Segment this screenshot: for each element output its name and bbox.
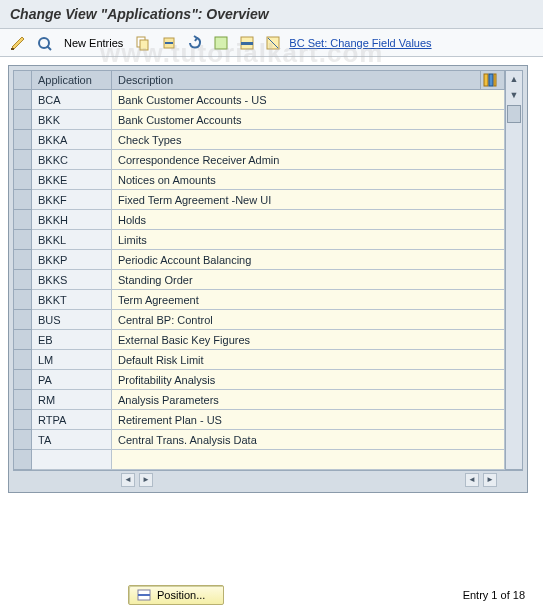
table-row[interactable]: EBExternal Basic Key Figures [14,330,505,350]
cell-description[interactable]: Central Trans. Analysis Data [112,430,505,450]
table-row[interactable]: PAProfitability Analysis [14,370,505,390]
row-selector[interactable] [14,90,32,110]
row-selector[interactable] [14,110,32,130]
row-selector[interactable] [14,270,32,290]
cell-description[interactable]: Term Agreement [112,290,505,310]
cell-application[interactable]: BKK [32,110,112,130]
table-row[interactable]: BKKLLimits [14,230,505,250]
row-selector[interactable] [14,190,32,210]
vertical-scrollbar[interactable]: ▲ ▼ [505,70,523,470]
cell-application[interactable]: BUS [32,310,112,330]
cell-description[interactable]: Fixed Term Agreement -New UI [112,190,505,210]
cell-description[interactable]: Periodic Account Balancing [112,250,505,270]
table-row[interactable]: BCABank Customer Accounts - US [14,90,505,110]
row-selector[interactable] [14,310,32,330]
cell-application[interactable]: BKKF [32,190,112,210]
table-settings-icon[interactable] [483,73,502,87]
cell-application[interactable]: BKKT [32,290,112,310]
cell-application[interactable]: BKKL [32,230,112,250]
row-selector[interactable] [14,450,32,470]
cell-application[interactable]: RM [32,390,112,410]
scroll-down-step-icon[interactable]: ▼ [506,87,522,103]
table-row[interactable]: BUSCentral BP: Control [14,310,505,330]
cell-application[interactable]: PA [32,370,112,390]
cell-description[interactable] [112,450,505,470]
cell-description[interactable]: Limits [112,230,505,250]
table-row[interactable]: BKKFFixed Term Agreement -New UI [14,190,505,210]
row-selector[interactable] [14,390,32,410]
row-selector[interactable] [14,290,32,310]
cell-description[interactable]: Check Types [112,130,505,150]
row-selector[interactable] [14,370,32,390]
table-row[interactable]: LMDefault Risk Limit [14,350,505,370]
row-selector[interactable] [14,230,32,250]
cell-description[interactable]: Bank Customer Accounts - US [112,90,505,110]
table-row[interactable]: BKKTTerm Agreement [14,290,505,310]
table-row[interactable]: BKKPPeriodic Account Balancing [14,250,505,270]
cell-description[interactable]: Notices on Amounts [112,170,505,190]
cell-description[interactable]: External Basic Key Figures [112,330,505,350]
cell-application[interactable]: BCA [32,90,112,110]
cell-application[interactable]: BKKA [32,130,112,150]
cell-application[interactable]: BKKH [32,210,112,230]
scroll-right-end-icon[interactable]: ► [483,473,497,487]
select-all-icon[interactable] [211,33,231,53]
deselect-all-icon[interactable] [263,33,283,53]
cell-description[interactable]: Profitability Analysis [112,370,505,390]
row-selector[interactable] [14,130,32,150]
copy-icon[interactable] [133,33,153,53]
toggle-edit-icon[interactable] [8,33,28,53]
column-header-application[interactable]: Application [32,71,112,90]
table-row-empty[interactable] [14,450,505,470]
scroll-up-icon[interactable]: ▲ [506,71,522,87]
scroll-thumb[interactable] [507,105,521,123]
table-row[interactable]: RMAnalysis Parameters [14,390,505,410]
row-selector[interactable] [14,210,32,230]
row-selector[interactable] [14,410,32,430]
new-entries-button[interactable]: New Entries [60,37,127,49]
cell-application[interactable]: BKKE [32,170,112,190]
cell-description[interactable]: Bank Customer Accounts [112,110,505,130]
table-corner[interactable] [14,71,32,90]
table-row[interactable]: BKKHHolds [14,210,505,230]
row-selector[interactable] [14,250,32,270]
select-block-icon[interactable] [237,33,257,53]
column-header-description[interactable]: Description [112,71,481,90]
position-button[interactable]: Position... [128,585,224,605]
table-row[interactable]: RTPARetirement Plan - US [14,410,505,430]
column-config-button[interactable] [481,71,505,90]
row-selector[interactable] [14,170,32,190]
delete-icon[interactable] [159,33,179,53]
cell-application[interactable]: LM [32,350,112,370]
cell-description[interactable]: Default Risk Limit [112,350,505,370]
cell-application[interactable] [32,450,112,470]
row-selector[interactable] [14,150,32,170]
undo-change-icon[interactable] [185,33,205,53]
cell-description[interactable]: Central BP: Control [112,310,505,330]
cell-application[interactable]: BKKS [32,270,112,290]
cell-description[interactable]: Analysis Parameters [112,390,505,410]
scroll-left-icon[interactable]: ◄ [121,473,135,487]
cell-application[interactable]: EB [32,330,112,350]
table-row[interactable]: BKKENotices on Amounts [14,170,505,190]
bcset-link[interactable]: BC Set: Change Field Values [289,37,431,49]
table-row[interactable]: BKKACheck Types [14,130,505,150]
cell-application[interactable]: BKKC [32,150,112,170]
cell-application[interactable]: RTPA [32,410,112,430]
row-selector[interactable] [14,350,32,370]
scroll-left-end-icon[interactable]: ◄ [465,473,479,487]
table-row[interactable]: BKKSStanding Order [14,270,505,290]
cell-description[interactable]: Holds [112,210,505,230]
table-row[interactable]: BKKCCorrespondence Receiver Admin [14,150,505,170]
table-row[interactable]: BKKBank Customer Accounts [14,110,505,130]
cell-application[interactable]: BKKP [32,250,112,270]
table-row[interactable]: TACentral Trans. Analysis Data [14,430,505,450]
cell-description[interactable]: Retirement Plan - US [112,410,505,430]
row-selector[interactable] [14,430,32,450]
cell-description[interactable]: Correspondence Receiver Admin [112,150,505,170]
row-selector[interactable] [14,330,32,350]
scroll-right-icon[interactable]: ► [139,473,153,487]
other-view-icon[interactable] [34,33,54,53]
cell-description[interactable]: Standing Order [112,270,505,290]
cell-application[interactable]: TA [32,430,112,450]
